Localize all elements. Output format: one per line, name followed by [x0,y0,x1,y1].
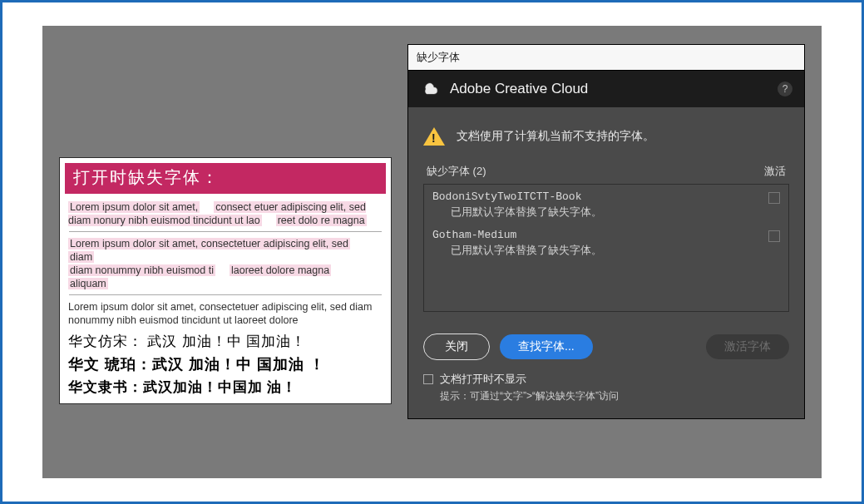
cjk-line-2: 华文 琥珀：武汉 加油！中 国加油 ！ [65,353,386,376]
document-title: 打开时缺失字体： [65,163,386,194]
paragraph-3: Lorem ipsum dolor sit amet, consectetuer… [65,300,386,328]
cjk-line-3: 华文隶书：武汉加油！中国加 油！ [65,376,386,398]
font-row[interactable]: BodoniSvtyTwoITCTT-Book 已用默认字体替换了缺失字体。 [424,185,788,223]
help-icon[interactable]: ? [778,82,792,96]
brand-bar: Adobe Creative Cloud ? [408,71,804,107]
font-status: 已用默认字体替换了缺失字体。 [432,244,768,258]
missing-fonts-dialog: 缺少字体 Adobe Creative Cloud ? 文档使用了计算机当前不支… [407,44,805,419]
font-status: 已用默认字体替换了缺失字体。 [432,205,768,220]
warning-row: 文档使用了计算机当前不支持的字体。 [423,127,789,146]
list-header-label: 缺少字体 (2) [427,164,486,179]
dialog-body: 文档使用了计算机当前不支持的字体。 缺少字体 (2) 激活 BodoniSvty… [408,107,804,418]
activate-header-label: 激活 [764,164,786,179]
button-row: 关闭 查找字体... 激活字体 [423,334,789,360]
brand-name: Adobe Creative Cloud [450,81,588,97]
paragraph-2: Lorem ipsum dolor sit amet, consectetuer… [65,237,386,291]
list-header-row: 缺少字体 (2) 激活 [423,164,789,184]
divider [69,231,382,232]
cjk-line-1: 华文仿宋： 武汉 加油！中 国加油！ [65,330,386,353]
paragraph-1: Lorem ipsum dolor sit amet, consect etue… [65,200,386,228]
font-name: Gotham-Medium [432,229,768,241]
footer-hint: 提示：可通过“文字”>“解决缺失字体”访问 [440,389,789,403]
activate-checkbox[interactable] [768,192,780,204]
dialog-footer: 文档打开时不显示 提示：可通过“文字”>“解决缺失字体”访问 [423,372,789,403]
dialog-titlebar[interactable]: 缺少字体 [408,45,804,71]
close-button[interactable]: 关闭 [423,334,490,360]
find-fonts-button[interactable]: 查找字体... [500,334,593,359]
font-row[interactable]: Gotham-Medium 已用默认字体替换了缺失字体。 [424,223,788,261]
activate-fonts-button: 激活字体 [706,334,789,359]
font-name: BodoniSvtyTwoITCTT-Book [432,190,768,203]
divider [69,294,382,295]
warning-text: 文档使用了计算机当前不支持的字体。 [457,129,654,144]
warning-icon [423,127,445,146]
workspace: 打开时缺失字体： Lorem ipsum dolor sit amet, con… [42,26,822,478]
activate-checkbox[interactable] [768,230,780,242]
dont-show-label: 文档打开时不显示 [440,372,526,387]
creative-cloud-icon [420,79,440,99]
missing-fonts-list[interactable]: BodoniSvtyTwoITCTT-Book 已用默认字体替换了缺失字体。 G… [423,184,789,312]
document-preview: 打开时缺失字体： Lorem ipsum dolor sit amet, con… [59,157,392,404]
dont-show-checkbox[interactable] [423,374,433,384]
